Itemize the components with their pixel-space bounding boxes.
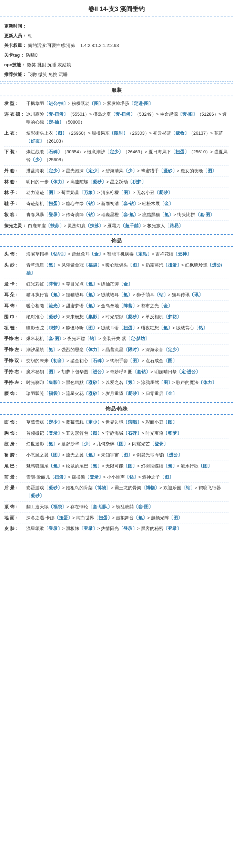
eq-label: 妆 容： [4,211,25,219]
updater-value: 朝 [28,32,229,40]
eq-value: 暖心相随〔流光〕> 甜蜜梦语〔氪〕> 金岛垒地〔阵营〕> 都市之光〔金〕 [26,302,229,310]
eq-label: 上 衣： [4,129,25,145]
eq-value: 彩蛋游戏〔凝砂〕> 始祖鸟的骨架〔博物〕> 霸王龙的骨架〔博物〕> 欢迎乐园〔钻… [26,484,229,500]
eq-row: 围 巾：绝对准心〔凝砂〕> 未来畅想〔集影〕> 时光裂隙〔凝砂〕> 单反相机〔梦… [4,312,229,323]
eq-row: 林 子：动力巡迹〔图〕> 莓果奶昔〔万象〕> 清凉柠檬〔图〕> 无名小丑〔凝砂〕 [4,187,229,199]
eq-label: 纹 身： [4,440,25,448]
eq-row: 顶 饰：翻工造天续〔福袋〕> 存在悖论〔套·组队〕> 纷乱鼓囍〔套·图〕 [4,502,229,513]
eq-value: 潮汐星轨〔氪〕> 强烈的思念〔体力〕> 晶蕾流星〔限时〕> 深海余音〔定少〕 [26,346,229,354]
eq-value: 虹光彩虹〔阵营〕> 夺目光点〔氪〕> 缥仙茫涛〔金〕 [26,280,229,288]
update-time-value [28,22,229,30]
eq-row: 裙 胯：小恶魔之翼〔图〕> 流光之翼〔氪〕> 未知宇宙〔图〕> 剑翼光弓·华蔚〔… [4,450,229,461]
eq-label: 头 纱： [4,261,25,277]
eq-row: 尾 巴：魅惑狐猫尾〔氪〕> 松鼠的尾巴〔氪〕> 无限可能〔图〕> 幻羽蝴蝶结〔氪… [4,461,229,472]
eq-row: 头 纱：青草流星〔氪〕> 凤翎紫金冠〔福袋〕> 暖心玩偶头〔图〕> 奶霜蒸汽〔扭… [4,260,229,279]
eq-value: 海滨草帽棒〔钻/抽〕> 蕾丝兔耳〔金〕> 智能耳机病毒〔定钻〕> 吉祥花结〔云神… [26,250,229,258]
eq-row: 林 套：明日的一步〔体力〕> 高速陀螺〔凝砂〕> 星之跃动〔积梦〕 [4,177,229,188]
eq-value: 流星颂歌〔登录〕> 滑板妹〔登录〕> 热情阳光〔登录〕> 黑客的秘密〔登录〕 [26,525,229,533]
clothing-section-header: 服装 [0,84,233,96]
pass-req-row: 关卡权重： 简约活泼:可爱性感:清凉 = 1.4:2.8:1.2:1.2:2.9… [4,41,229,50]
eq-row: 胸 饰：首领徽记〔登录〕> 五边形符包〔图〕> 宁静海域〔石碑〕> 时光宝箱〔积… [4,428,229,439]
eq-row: 连 衣 裙：冰川露险〔套·扭蛋〕（55501）> 椰岛之夏〔套·扭蛋〕（5324… [4,109,229,128]
eq-row: 耳 饰：暖心相随〔流光〕> 甜蜜梦语〔氪〕> 金岛垒地〔阵营〕> 都市之光〔金〕 [4,301,229,312]
eq-row: 手饰·左：潮汐星轨〔氪〕> 强烈的思念〔体力〕> 晶蕾流星〔限时〕> 深海余音〔… [4,345,229,356]
eq-label: 发 卡： [4,280,25,288]
eq-label: 发 型： [4,100,25,108]
eq-label: 尾 巴： [4,462,25,470]
eq-value: 魔术秘钥〔图〕> 胡萝卜包华图〔进公〕> 奇妙呼叫圈〔套钻〕> 明媚晴日祭〔定·… [26,368,229,376]
eq-value: 奇迹架机〔扭蛋〕> 糖心午绿〔钻〕> 新雨初清〔套·钻〕> 轻松木展〔金〕 [26,200,229,208]
eq-row: 手持·右：魔术秘钥〔图〕> 胡萝卜包华图〔进公〕> 奇妙呼叫圈〔套钻〕> 明媚晴… [4,367,229,378]
recommend-skill-label: 推荐技能： [4,71,27,78]
eq-value: 雪碗·爱丽儿〔扭蛋〕> 摇摆熊〔登录〕> 小小蛙声〔钻〕> 酒神之子〔图〕 [26,473,229,481]
eq-row: 头 饰：海滨草帽棒〔钻/抽〕> 蕾丝兔耳〔金〕> 智能耳机病毒〔定钻〕> 吉祥花… [4,249,229,260]
eq-row: 耳 朵：猫耳执行官〔氪〕> 狸猫绒耳〔氪〕> 绒绒蜷耳〔氪〕> 狮子萌耳〔钻〕>… [4,290,229,301]
eq-value: 魅惑狐猫尾〔氪〕> 松鼠的尾巴〔氪〕> 无限可能〔图〕> 幻羽蝴蝶结〔氪〕> 流… [26,462,229,470]
eq-label: 皮 肤： [4,525,25,533]
eq-value: 动力巡迹〔图〕> 莓果奶昔〔万象〕> 清凉柠檬〔图〕> 无名小丑〔凝砂〕 [26,189,229,197]
pass-tag-value: 防晒C [26,51,229,59]
eq-label: 手饰·右： [4,335,25,343]
eq-value: 千枫华羽〔进公/抽〕> 粉樱跃动〔图〕> 紫发燎塔莎〔定进·图〕 [26,100,229,108]
eq-value: 瞳影玫弦〔积梦〕> 静谧聆听〔图〕> 绒绒耳语〔扭蛋〕> 曙夜狂想〔氪〕> 绒绒… [26,324,229,332]
eq-value: 炫彩街头上衣〔图〕（26960）> 甜橙果东〔限时〕（26303）> 初云杉蓝〔… [26,129,229,145]
eq-value: 冰川露险〔套·扭蛋〕（55501）> 椰岛之夏〔套·扭蛋〕（53249）> 生命… [26,110,229,126]
update-time-row: 更新时间： [4,21,229,31]
special-accessories-section: 面 饰：草莓雪糕〔定少〕> 蓝莓雪糕〔定少〕> 世界边境〔演唱〕> 彩面小丑〔图… [0,416,233,535]
eq-label: 地 面： [4,514,25,522]
recommend-skill-value: 飞吻 微笑 免挑 沉睡 [28,71,229,78]
eq-value: 草莓雪糕〔定少〕> 蓝莓雪糕〔定少〕> 世界边境〔演唱〕> 彩面小丑〔图〕 [26,418,229,426]
eq-label: 项 链： [4,324,25,332]
eq-row: 鞋 子：奇迹架机〔扭蛋〕> 糖心午绿〔钻〕> 新雨初清〔套·钻〕> 轻松木展〔金… [4,199,229,210]
eq-label: 耳 朵： [4,291,25,299]
eq-label: 前 景： [4,473,25,481]
update-time-label: 更新时间： [4,22,27,30]
eq-row: 前 景：雪碗·爱丽儿〔扭蛋〕> 摇摆熊〔登录〕> 小小蛙声〔钻〕> 酒神之子〔图… [4,472,229,483]
eq-label: 手饰·双： [4,357,25,365]
eq-value: 青春风暴〔登录〕> 传奇演绎〔钻〕> 璀璨星橙〔套·氪〕> 狡黠黑猫〔氪〕> 街… [26,211,229,219]
eq-value: 交织的未来〔初音〕> 鉴金初心〔石碑〕> 钩织手套〔图〕> 点石成金〔图〕 [26,357,229,365]
eq-label: 连 衣 裙： [4,110,25,126]
eq-label: 外 套： [4,167,25,175]
eq-label: 头 饰： [4,250,25,258]
eq-label: 手持·右： [4,368,25,376]
npc-skill-row: npc技能： 微笑 挑剔 沉睡 灰姑娘 [4,60,229,70]
eq-label: 林 套： [4,178,25,186]
eq-row: 萤光之灵：白鹿青虔〔扶苏〕> 灵溯幻鹿〔扶苏〕> 雁霜刀〔超千囍〕> 极光旅人〔… [4,221,229,231]
eq-label: 腰 饰： [4,390,25,398]
eq-label: 耳 饰： [4,302,25,310]
info-section: 更新时间： 更新人员： 朝 关卡权重： 简约活泼:可爱性感:清凉 = 1.4:2… [0,20,233,81]
updater-label: 更新人员： [4,32,27,40]
eq-label: 面 饰： [4,418,25,426]
eq-value: 燦烂战歌〔石碑〕（30854）> 惬意潮汐〔定少〕（26469）> 夏日海风下〔… [26,148,229,164]
pass-req-label: 关卡权重： [4,42,27,49]
eq-row: 外 套：湛蓝海浪〔定少〕> 星光泡沫〔定少〕> 碧海清风〔少〕> 蜂蜜猎手〔凝砂… [4,166,229,177]
eq-value: 白鹿青虔〔扶苏〕> 灵溯幻鹿〔扶苏〕> 雁霜刀〔超千囍〕> 极光旅人〔路易〕 [28,222,229,230]
eq-label: 萤光之灵： [4,222,27,230]
eq-label: 手持·左： [4,379,25,387]
page-title: 卷II 14-支3 溪间垂钓 [0,0,233,17]
eq-label: 林 子： [4,189,25,197]
eq-label: 顶 饰： [4,503,25,511]
eq-label: 裙 胯： [4,451,25,459]
eq-value: 首领徽记〔登录〕> 五边形符包〔图〕> 宁静海域〔石碑〕> 时光宝箱〔积梦〕 [26,430,229,437]
eq-label: 鞋 子： [4,200,25,208]
eq-label: 围 巾： [4,313,25,321]
eq-value: 明日的一步〔体力〕> 高速陀螺〔凝砂〕> 星之跃动〔积梦〕 [26,178,229,186]
eq-value: 青草流星〔氪〕> 凤翎紫金冠〔福袋〕> 暖心玩偶头〔图〕> 奶霜蒸汽〔扭蛋〕> … [26,261,229,277]
eq-row: 后 景：彩蛋游戏〔凝砂〕> 始祖鸟的骨架〔博物〕> 霸王龙的骨架〔博物〕> 欢迎… [4,483,229,502]
eq-value: 深冬之遇·卡娜〔扭蛋〕> 纯白世界〔扭蛋〕> 虚拟舞台〔氪〕> 超频光阵〔图〕 [26,514,229,522]
eq-row: 纹 身：幻世迷影〔氪〕> 蔓舒沙华〔少〕> 几何杂碎〔图〕> 闪耀光芒〔登录〕 [4,439,229,450]
eq-row: 上 衣：炫彩街头上衣〔图〕（26960）> 甜橙果东〔限时〕（26303）> 初… [4,128,229,147]
eq-value: 珍羽瓢笼〔福袋〕> 流星火花〔凝砂〕> 岁月重望〔凝砂〕> 归零重启〔金〕 [26,390,229,398]
eq-row: 妆 容：青春风暴〔登录〕> 传奇演绎〔钻〕> 璀璨星橙〔套·氪〕> 狡黠黑猫〔氪… [4,210,229,221]
pass-tag-label: 关卡tag： [4,51,24,59]
accessories-section: 头 饰：海滨草帽棒〔钻/抽〕> 蕾丝兔耳〔金〕> 智能耳机病毒〔定钻〕> 吉祥花… [0,248,233,400]
eq-value: 爆米花机〔套·图〕> 夜光环镖〔钻〕> 变装开关·紫〔定·梦坊〕 [26,335,229,343]
eq-row: 手饰·双：交织的未来〔初音〕> 鉴金初心〔石碑〕> 钩织手套〔图〕> 点石成金〔… [4,356,229,367]
eq-row: 发 卡：虹光彩虹〔阵营〕> 夺目光点〔氪〕> 缥仙茫涛〔金〕 [4,279,229,290]
eq-label: 下 装： [4,148,25,164]
eq-row: 面 饰：草莓雪糕〔定少〕> 蓝莓雪糕〔定少〕> 世界边境〔演唱〕> 彩面小丑〔图… [4,417,229,428]
eq-row: 手饰·右：爆米花机〔套·图〕> 夜光环镖〔钻〕> 变装开关·紫〔定·梦坊〕 [4,334,229,345]
eq-value: 翻工造天续〔福袋〕> 存在悖论〔套·组队〕> 纷乱鼓囍〔套·图〕 [26,503,229,511]
